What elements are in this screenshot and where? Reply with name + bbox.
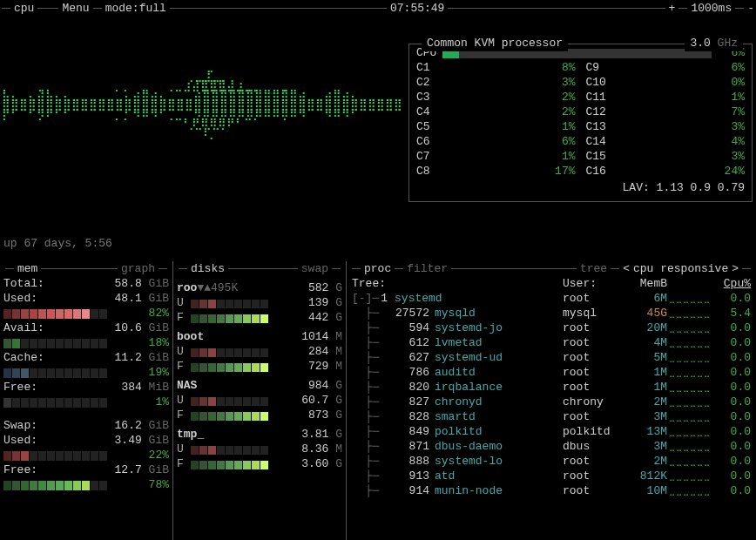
cpu-core-row: C16⣀⣀⣀⣀⣀⣀⣀⣀⣀24% xyxy=(586,165,746,179)
proc-row[interactable]: ├─ 820irqbalanceroot1M⣀⣀⣀⣀⣀⣀0.0 xyxy=(350,381,753,395)
cpu-core-row: C7⣀⣀⣀⣀⣀⣀⣀⣀⣀1% xyxy=(416,150,576,165)
proc-row[interactable]: ├─ 871dbus-daemodbus3M⣀⣀⣀⣀⣀⣀0.0 xyxy=(350,440,753,455)
proc-row[interactable]: ├─ 914munin-noderoot10M⣀⣀⣀⣀⣀⣀0.0 xyxy=(350,484,753,499)
top-bar: cpu Menu mode:full 07:55:49 + 1000ms - xyxy=(0,0,756,17)
menu-button[interactable]: Menu xyxy=(60,2,91,17)
disk-item-header: NAS984 G xyxy=(177,378,342,394)
cpu-label: cpu xyxy=(12,2,36,17)
mem-free-bar xyxy=(3,398,132,408)
cpu-core-row: C10⣀⣀⣀⣀⣀⣀⣀⣀⣀0% xyxy=(586,76,746,91)
load-average: LAV: 1.13 0.9 0.79 xyxy=(416,179,745,196)
proc-tree-toggle[interactable]: tree xyxy=(578,262,609,277)
swap-free-bar xyxy=(3,481,132,490)
cpu-core-row: C5⣀⣀⣀⣀⣀⣀⣀⣀⣀1% xyxy=(416,120,576,135)
mem-avail-bar xyxy=(3,339,132,348)
proc-row[interactable]: ├─ 612lvmetadroot4M⣀⣀⣀⣀⣀⣀0.0 xyxy=(350,336,753,351)
proc-sort-cpu[interactable]: Cpu% xyxy=(712,277,751,292)
mem-graph-toggle[interactable]: graph xyxy=(119,262,157,277)
disk-panel: disks swap roo▼▲495K582 GU139 GF442 Gboo… xyxy=(173,261,346,540)
interval-value: 1000ms xyxy=(689,2,733,17)
cpu-core-row: C2⣀⣀⣀⣀⣀⣀⣀⣀⣀3% xyxy=(416,76,576,91)
mem-panel: mem graph Total:58.8 GiB Used:48.1 GiB 8… xyxy=(0,261,172,540)
proc-header-row: Tree: User: MemB Cpu% xyxy=(350,277,753,292)
cpu-braille-graph: ⢀ ⢀⣀⣸⣀⡀ ⡀ ⡀ ⡀⡀ ⢀⣀⣰⣼⣿⣿⣿⣼⣰⣀⡀ ⡀ ⣧⣄⣀⣄⣼⣧⣄⣄⣀⣀⣀… xyxy=(2,52,402,165)
cpu-core-row: C13⣀⣀⣀⣀⣀⣀⣀⣀⣀3% xyxy=(586,120,746,135)
proc-row-root[interactable]: [-]─ 1 systemd root 6M ⣀⣀⣀⣀⣀⣀ 0.0 xyxy=(350,292,753,307)
cpu-core-row: C1⣀⣀⣀⣀⣀⣀⣀⣀⣀8% xyxy=(416,61,576,76)
proc-row[interactable]: ├─ 888systemd-loroot2M⣀⣀⣀⣀⣀⣀0.0 xyxy=(350,455,753,469)
disks-label: disks xyxy=(189,262,226,277)
cpu-core-row: C4⣀⣀⣀⣀⣀⣀⣀⣀⣀2% xyxy=(416,105,576,120)
interval-plus[interactable]: + xyxy=(667,2,678,17)
cpu-name: Common KVM processor xyxy=(422,37,568,51)
disk-item-header: tmp_3.81 G xyxy=(177,427,342,442)
cpu-core-row: C11⣀⣀⣀⣀⣀⣀⣀⣀⣀1% xyxy=(586,91,746,105)
disk-item-header: boot1014 M xyxy=(177,329,342,345)
proc-row[interactable]: ├─ 849polkitdpolkitd13M⣀⣀⣀⣀⣀⣀0.0 xyxy=(350,425,753,440)
proc-row[interactable]: ├─ 594systemd-joroot20M⣀⣀⣀⣀⣀⣀0.0 xyxy=(350,321,753,336)
proc-row[interactable]: ├─ 786auditdroot1M⣀⣀⣀⣀⣀⣀0.0 xyxy=(350,366,753,381)
proc-row[interactable]: ├─ 827chronydchrony2M⣀⣀⣀⣀⣀⣀0.0 xyxy=(350,395,753,410)
cpu-detail-box: Common KVM processor 3.0 GHz CPU 6% C1⣀⣀… xyxy=(408,44,753,202)
proc-panel: proc filter tree < cpu responsive > Tree… xyxy=(347,261,756,540)
cpu-core-row: C3⣀⣀⣀⣀⣀⣀⣀⣀⣀2% xyxy=(416,91,576,105)
cpu-freq: 3.0 GHz xyxy=(685,37,743,51)
cpu-core-row: C12⣀⣀⣀⣀⣀⣀⣀⣀⣀7% xyxy=(586,105,746,120)
uptime: up 67 days, 5:56 xyxy=(3,237,112,252)
cpu-core-row: C6⣀⣀⣀⣀⣀⣀⣀⣀⣀6% xyxy=(416,135,576,150)
cpu-core-row: C8⣀⣀⣀⣀⣀⣀⣀⣀⣀17% xyxy=(416,165,576,179)
proc-row[interactable]: ├─ 913atdroot812K⣀⣀⣀⣀⣀⣀0.0 xyxy=(350,469,753,484)
cpu-core-row: C14⣀⣀⣀⣀⣀⣀⣀⣀⣀4% xyxy=(586,135,746,150)
mem-used-bar xyxy=(3,309,132,319)
proc-label: proc xyxy=(362,262,393,277)
interval-minus[interactable]: - xyxy=(746,2,756,17)
cpu-graph-area: ⢀ ⢀⣀⣸⣀⡀ ⡀ ⡀ ⡀⡀ ⢀⣀⣰⣼⣿⣿⣿⣼⣰⣀⡀ ⡀ ⣧⣄⣀⣄⣼⣧⣄⣄⣀⣀⣀… xyxy=(0,17,756,200)
proc-row[interactable]: ├─ 828smartdroot3M⣀⣀⣀⣀⣀⣀0.0 xyxy=(350,410,753,425)
proc-row[interactable]: ├─ 627systemd-udroot5M⣀⣀⣀⣀⣀⣀0.0 xyxy=(350,351,753,366)
clock: 07:55:49 xyxy=(388,2,446,17)
proc-row[interactable]: ├─ 27572mysqldmysql45G⣀⣀⣀⣀⣀⣀5.4 xyxy=(350,307,753,321)
proc-filter-button[interactable]: filter xyxy=(405,262,449,277)
disk-item-header: roo▼▲495K582 G xyxy=(177,280,342,296)
swap-used-bar xyxy=(3,451,132,461)
proc-sort-left[interactable]: < xyxy=(621,262,631,277)
swap-toggle[interactable]: swap xyxy=(300,262,330,277)
proc-sort-right[interactable]: > xyxy=(730,262,740,277)
cpu-core-row: C9⣀⣀⣀⣀⣀⣀⣀⣀⣀6% xyxy=(586,61,746,76)
cpu-cores-grid: C1⣀⣀⣀⣀⣀⣀⣀⣀⣀8%C9⣀⣀⣀⣀⣀⣀⣀⣀⣀6%C2⣀⣀⣀⣀⣀⣀⣀⣀⣀3%C… xyxy=(416,61,745,179)
mode-button[interactable]: mode:full xyxy=(104,2,168,17)
mem-cache-bar xyxy=(3,368,132,378)
cpu-core-row: C15⣀⣀⣀⣀⣀⣀⣀⣀⣀3% xyxy=(586,150,746,165)
mem-label: mem xyxy=(16,262,39,277)
proc-sort-mode[interactable]: cpu responsive xyxy=(631,262,730,277)
